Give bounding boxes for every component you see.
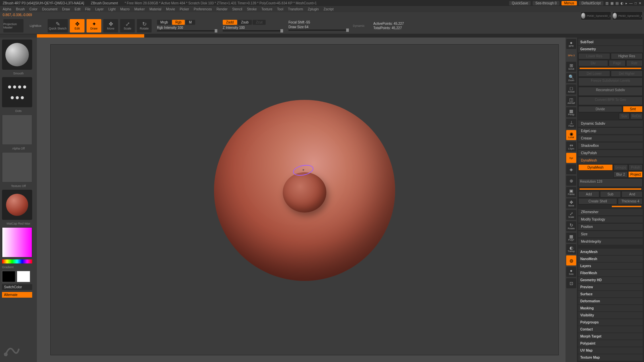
thickness-slider[interactable]: Thickness 4 — [618, 198, 643, 204]
geometryhd-header[interactable]: Geometry HD — [578, 277, 643, 283]
deformation-header[interactable]: Deformation — [578, 298, 643, 304]
menus-button[interactable]: Menus — [561, 1, 577, 5]
collapse-icon[interactable]: ▸ — [626, 1, 627, 5]
cam2-button[interactable]: ⊕ — [566, 176, 576, 186]
visibility-header[interactable]: Visibility — [578, 312, 643, 318]
project-button[interactable]: Project — [628, 171, 643, 178]
geometry-header[interactable]: Geometry — [578, 46, 643, 52]
menu-item[interactable]: Layer — [95, 7, 104, 11]
menu-item[interactable]: Texture — [261, 7, 272, 11]
fibermesh-header[interactable]: FiberMesh — [578, 270, 643, 276]
mrgb-button[interactable]: Mrgb — [157, 20, 171, 25]
scale3d-button[interactable]: ⤢Scale — [566, 210, 576, 220]
projection-master-button[interactable]: Projection Master — [3, 19, 23, 33]
move-button[interactable]: ✥Move — [103, 19, 118, 33]
z-intensity-slider[interactable]: Z Intensity 100 — [223, 26, 283, 32]
menu-item[interactable]: Marker — [134, 7, 145, 11]
zsub-button[interactable]: Zsub — [238, 20, 252, 25]
lightbox-button[interactable]: LightBox — [25, 19, 46, 33]
del-higher-button[interactable]: Del Higher — [611, 70, 643, 77]
rgb-intensity-slider[interactable]: Rgb Intensity 100 .track::after{left:cal… — [157, 26, 217, 32]
stroke-thumb[interactable] — [2, 77, 32, 107]
smt-button[interactable]: Smt — [623, 106, 643, 112]
position-item[interactable]: Position — [578, 223, 643, 230]
sub-button[interactable]: Sub — [600, 191, 621, 197]
scale-button[interactable]: ⤢Scale — [120, 19, 135, 33]
layout-icon[interactable]: ▥ — [605, 1, 608, 5]
m-button[interactable]: M — [185, 20, 195, 25]
menu-item[interactable]: Draw — [62, 7, 70, 11]
arraymesh-header[interactable]: ArrayMesh — [578, 249, 643, 255]
resolution-slider[interactable]: Resolution 128 — [578, 178, 643, 187]
scroll-button[interactable]: ⊞Scroll — [566, 62, 576, 72]
black-swatch[interactable] — [2, 271, 15, 282]
dynamesh-header[interactable]: DynaMesh — [578, 157, 643, 164]
draw-size-slider[interactable]: Draw Size 64 — [288, 25, 349, 31]
claypolish-item[interactable]: ClayPolish — [578, 149, 643, 156]
maximize-icon[interactable]: □ — [635, 1, 637, 5]
tool-thumb[interactable]: PM3D_Sphere3D_1 — [612, 11, 643, 20]
menu-item[interactable]: File — [85, 7, 91, 11]
add-button[interactable]: Add — [578, 191, 599, 197]
local-button[interactable]: ◉Local — [566, 130, 576, 140]
menu-item[interactable]: Transform — [288, 7, 303, 11]
menu-item[interactable]: Light — [108, 7, 116, 11]
shadowbox-item[interactable]: ShadowBox — [578, 142, 643, 149]
hue-strip[interactable] — [2, 259, 32, 263]
rstr-button[interactable]: Rstr — [626, 60, 643, 66]
spix-label[interactable]: SPix 3 — [566, 50, 576, 60]
reconstruct-button[interactable]: Reconstruct Subdiv — [578, 87, 643, 96]
menu-item[interactable]: Preferences — [194, 7, 212, 11]
menu-item[interactable]: Macro — [120, 7, 130, 11]
polyf-button[interactable]: ▦PolyF — [566, 233, 576, 243]
groups-button[interactable]: Groups — [613, 164, 628, 171]
contact-header[interactable]: Contact — [578, 326, 643, 333]
tool-thumb[interactable]: PM3D_Sphere3D_1 — [581, 11, 611, 20]
div-slider[interactable]: Div — [578, 60, 608, 66]
texturemap-header[interactable]: Texture Map — [578, 354, 643, 361]
menu-item[interactable]: Render — [217, 7, 228, 11]
viewport[interactable] — [50, 44, 559, 355]
meshintegrity-item[interactable]: MeshIntegrity — [578, 238, 643, 245]
xpose-button[interactable]: ⊡ — [566, 278, 576, 288]
quicksketch-button[interactable]: ✎Quick Sketch — [48, 19, 68, 33]
polish-button[interactable]: Polish — [629, 164, 643, 171]
higher-res-button[interactable]: Higher Res — [611, 53, 643, 59]
convert-bpr-button[interactable]: Convert BPR To Geo — [578, 97, 643, 105]
menu-item[interactable]: Tool — [277, 7, 283, 11]
seethrough-button[interactable]: See-through 0 — [533, 1, 559, 5]
modify-topology-item[interactable]: Modify Topology — [578, 216, 643, 223]
suv-button[interactable]: Suv — [619, 113, 630, 119]
dynamic-label[interactable]: Dynamic — [353, 24, 365, 27]
rotate3d-button[interactable]: ↻Rotate — [566, 221, 576, 231]
uvmap-header[interactable]: UV Map — [578, 347, 643, 354]
script-button[interactable]: DefaultScript — [579, 1, 603, 5]
alternate-button[interactable]: Alternate — [2, 292, 32, 298]
divide-button[interactable]: Divide — [578, 106, 622, 112]
brush-thumb[interactable] — [2, 40, 32, 70]
quicksave-button[interactable]: QuickSave — [509, 1, 531, 5]
menu-item[interactable]: Movie — [166, 7, 175, 11]
layout3-icon[interactable]: ▤ — [615, 1, 619, 5]
edit-button[interactable]: ✥Edit — [70, 19, 85, 33]
div-bar[interactable] — [578, 67, 643, 70]
zremesher-item[interactable]: ZRemesher — [578, 208, 643, 215]
layers-header[interactable]: Layers — [578, 263, 643, 269]
and-button[interactable]: And — [622, 191, 643, 197]
cam-button[interactable]: ◈ — [566, 164, 576, 174]
freeze-subdiv-button[interactable]: Freeze Subdivision Levels — [578, 77, 643, 86]
menu-item[interactable]: Color — [30, 7, 38, 11]
floor-button[interactable]: ⊥Floor — [566, 119, 576, 129]
bpr-button[interactable]: ●BPR — [566, 39, 576, 49]
transp-button[interactable]: ◐Transp — [566, 244, 576, 254]
lower-res-button[interactable]: Lower Res — [578, 53, 610, 59]
shelf-strip[interactable] — [0, 34, 644, 38]
subtool-header[interactable]: SubTool — [578, 39, 643, 45]
minimize-icon[interactable]: — — [629, 1, 633, 5]
polypaint-header[interactable]: Polypaint — [578, 340, 643, 347]
menu-item[interactable]: Alpha — [3, 7, 11, 11]
help-icon[interactable]: ◐ — [621, 1, 624, 5]
xyz-button[interactable]: Xyz — [566, 153, 576, 163]
switchcolor-button[interactable]: SwitchColor — [2, 284, 32, 290]
frame-button[interactable]: ▣Frame — [566, 187, 576, 197]
